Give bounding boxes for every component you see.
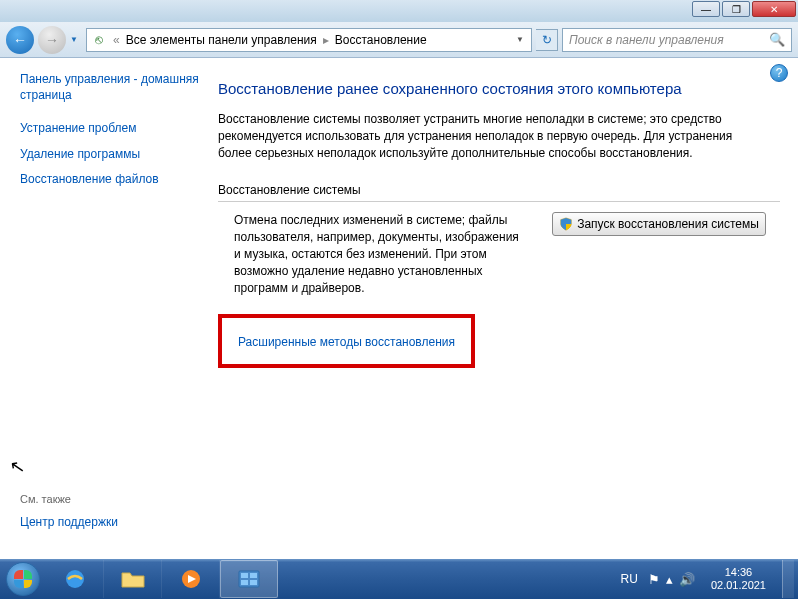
media-player-icon	[178, 568, 204, 590]
content-pane: ? Восстановление ранее сохраненного сост…	[210, 58, 798, 559]
clock[interactable]: 14:36 02.01.2021	[705, 566, 772, 592]
sidebar-restore-files-link[interactable]: Восстановление файлов	[20, 172, 200, 188]
address-dropdown-icon[interactable]: ▼	[513, 35, 527, 44]
action-center-icon[interactable]: ⚑	[648, 572, 660, 587]
svg-rect-3	[241, 573, 248, 578]
control-panel-icon: ⎋	[91, 32, 107, 48]
sidebar-uninstall-link[interactable]: Удаление программы	[20, 147, 200, 163]
date-label: 02.01.2021	[711, 579, 766, 592]
sidebar-troubleshoot-link[interactable]: Устранение проблем	[20, 121, 200, 137]
svg-rect-5	[241, 580, 248, 585]
minimize-button[interactable]: —	[692, 1, 720, 17]
tray-overflow-icon[interactable]: ▴	[666, 572, 673, 587]
show-desktop-button[interactable]	[782, 560, 794, 598]
help-icon[interactable]: ?	[770, 64, 788, 82]
start-button[interactable]	[0, 559, 46, 599]
section-title: Восстановление системы	[218, 183, 780, 202]
system-tray: RU ⚑ ▴ 🔊 14:36 02.01.2021	[621, 560, 798, 598]
page-description: Восстановление системы позволяет устрани…	[218, 111, 758, 161]
breadcrumb-sep: ▸	[323, 33, 329, 47]
volume-icon[interactable]: 🔊	[679, 572, 695, 587]
breadcrumb-item[interactable]: Все элементы панели управления	[126, 33, 317, 47]
arrow-right-icon: →	[45, 32, 59, 48]
svg-rect-4	[250, 573, 257, 578]
sidebar: Панель управления - домашняя страница Ус…	[0, 58, 210, 559]
address-bar[interactable]: ⎋ « Все элементы панели управления ▸ Вос…	[86, 28, 532, 52]
arrow-left-icon: ←	[13, 32, 27, 48]
back-button[interactable]: ←	[6, 26, 34, 54]
main-area: Панель управления - домашняя страница Ус…	[0, 58, 798, 559]
control-panel-icon	[236, 568, 262, 590]
shield-icon	[559, 217, 573, 231]
folder-icon	[120, 568, 146, 590]
close-button[interactable]: ✕	[752, 1, 796, 17]
breadcrumb-item[interactable]: Восстановление	[335, 33, 427, 47]
language-indicator[interactable]: RU	[621, 572, 638, 586]
taskbar-ie[interactable]	[46, 560, 104, 598]
taskbar-media-player[interactable]	[162, 560, 220, 598]
search-input[interactable]: Поиск в панели управления 🔍	[562, 28, 792, 52]
advanced-recovery-link[interactable]: Расширенные методы восстановления	[238, 335, 455, 349]
refresh-button[interactable]: ↻	[536, 29, 558, 51]
ie-icon	[62, 568, 88, 590]
see-also-label: См. также	[20, 493, 200, 505]
sidebar-support-center-link[interactable]: Центр поддержки	[20, 515, 200, 531]
restore-description: Отмена последних изменений в системе; фа…	[218, 212, 528, 296]
start-system-restore-button[interactable]: Запуск восстановления системы	[552, 212, 766, 236]
search-icon: 🔍	[769, 32, 785, 47]
maximize-button[interactable]: ❐	[722, 1, 750, 17]
taskbar-control-panel[interactable]	[220, 560, 278, 598]
search-placeholder: Поиск в панели управления	[569, 33, 724, 47]
button-label: Запуск восстановления системы	[577, 217, 759, 231]
taskbar-explorer[interactable]	[104, 560, 162, 598]
svg-rect-6	[250, 580, 257, 585]
page-title: Восстановление ранее сохраненного состоя…	[218, 80, 780, 97]
breadcrumb-sep: «	[113, 33, 120, 47]
highlighted-box: Расширенные методы восстановления	[218, 314, 475, 368]
taskbar: RU ⚑ ▴ 🔊 14:36 02.01.2021	[0, 559, 798, 599]
sidebar-home-link[interactable]: Панель управления - домашняя страница	[20, 72, 200, 103]
refresh-icon: ↻	[542, 33, 552, 47]
history-dropdown[interactable]: ▼	[70, 35, 82, 44]
window-titlebar: — ❐ ✕	[0, 0, 798, 22]
time-label: 14:36	[711, 566, 766, 579]
forward-button[interactable]: →	[38, 26, 66, 54]
windows-logo-icon	[6, 562, 40, 596]
navigation-bar: ← → ▼ ⎋ « Все элементы панели управления…	[0, 22, 798, 58]
